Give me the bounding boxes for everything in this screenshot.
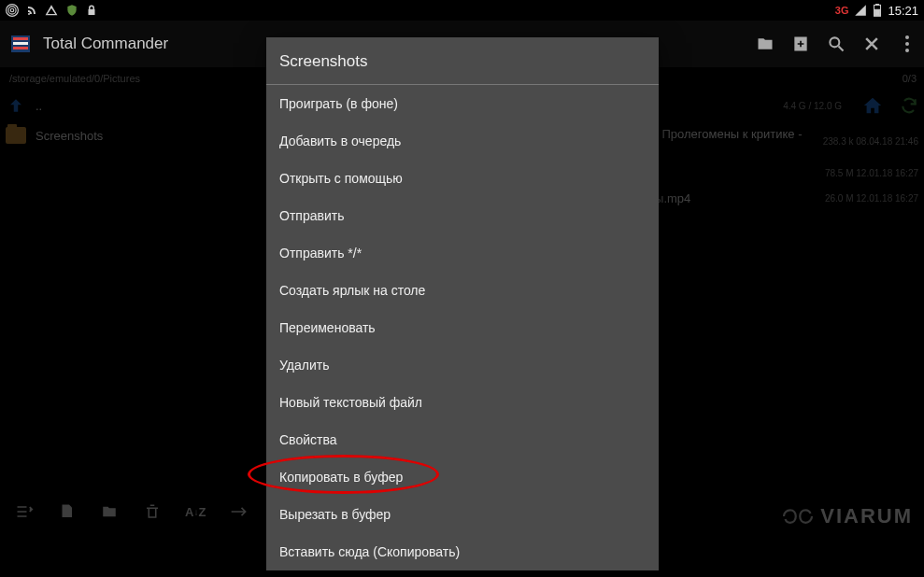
rss-icon [26, 5, 37, 16]
svg-point-11 [905, 35, 909, 39]
shield-icon [65, 4, 78, 17]
delete-icon[interactable] [144, 502, 161, 521]
item-meta: 26.0 M 12.01.18 16:27 [825, 193, 918, 204]
context-menu: Screenshots Проиграть (в фоне) Добавить … [266, 37, 659, 570]
menu-item-cut-clipboard[interactable]: Вырезать в буфер [266, 496, 659, 533]
app-title: Total Commander [43, 35, 168, 53]
move-icon[interactable] [99, 503, 120, 520]
svg-point-0 [10, 8, 14, 12]
svg-point-10 [830, 37, 839, 47]
refresh-icon[interactable] [900, 96, 918, 115]
battery-icon [873, 4, 882, 17]
warning-icon [45, 4, 58, 17]
lock-icon [86, 5, 97, 16]
menu-item-label: Копировать в буфер [279, 470, 403, 485]
app-icon [7, 31, 34, 57]
home-icon[interactable] [862, 95, 883, 116]
copy-icon[interactable] [58, 502, 75, 521]
item-meta: 238.3 k 08.04.18 21:46 [823, 136, 918, 147]
folder-icon [6, 127, 26, 144]
menu-item-delete[interactable]: Удалить [266, 346, 659, 384]
sort-icon[interactable]: A↓Z [185, 505, 206, 519]
pane-count: 0/3 [903, 73, 917, 84]
menu-item-play-bg[interactable]: Проиграть (в фоне) [266, 85, 659, 122]
menu-item-send-all[interactable]: Отправить */* [266, 234, 659, 272]
menu-item-shortcut[interactable]: Создать ярлык на столе [266, 272, 659, 309]
clock: 15:21 [888, 4, 918, 18]
menu-item-open-with[interactable]: Открыть с помощью [266, 160, 659, 197]
svg-rect-9 [13, 47, 28, 49]
cast-icon [6, 4, 19, 17]
storage-meta: 4.4 G / 12.0 G [783, 101, 842, 111]
menu-item-paste-copy[interactable]: Вставить сюда (Скопировать) [266, 533, 659, 570]
signal-icon [854, 4, 867, 17]
up-arrow-icon [6, 95, 26, 116]
close-icon[interactable] [862, 35, 881, 53]
svg-rect-7 [13, 37, 28, 40]
search-icon[interactable] [827, 35, 846, 53]
pane-path[interactable]: /storage/emulated/0/Pictures [4, 69, 146, 88]
item-meta: 78.5 M 12.01.18 16:27 [825, 168, 918, 178]
svg-point-13 [905, 49, 909, 52]
menu-item-new-text[interactable]: Новый текстовый файл [266, 384, 659, 421]
menu-item-send[interactable]: Отправить [266, 197, 659, 234]
context-menu-title: Screenshots [266, 37, 659, 85]
menu-item-properties[interactable]: Свойства [266, 421, 659, 458]
parent-dir-label: .. [36, 99, 42, 113]
select-icon[interactable] [15, 502, 34, 521]
watermark-text: VIARUM [820, 504, 913, 528]
network-indicator: 3G [835, 5, 849, 16]
svg-point-12 [905, 42, 909, 46]
svg-point-1 [8, 7, 16, 14]
watermark: VIARUM [781, 504, 913, 528]
menu-item-copy-clipboard[interactable]: Копировать в буфер [266, 458, 659, 496]
item-name: Screenshots [36, 129, 103, 143]
svg-rect-5 [875, 9, 881, 15]
svg-rect-4 [876, 4, 879, 5]
status-bar: 3G 15:21 [0, 0, 924, 21]
folder-icon[interactable] [756, 35, 775, 53]
arrow-right-icon[interactable] [230, 505, 249, 518]
overflow-icon[interactable] [898, 35, 917, 53]
new-file-icon[interactable] [791, 35, 810, 53]
svg-rect-8 [13, 42, 28, 45]
menu-item-rename[interactable]: Переименовать [266, 309, 659, 346]
menu-item-queue[interactable]: Добавить в очередь [266, 122, 659, 160]
